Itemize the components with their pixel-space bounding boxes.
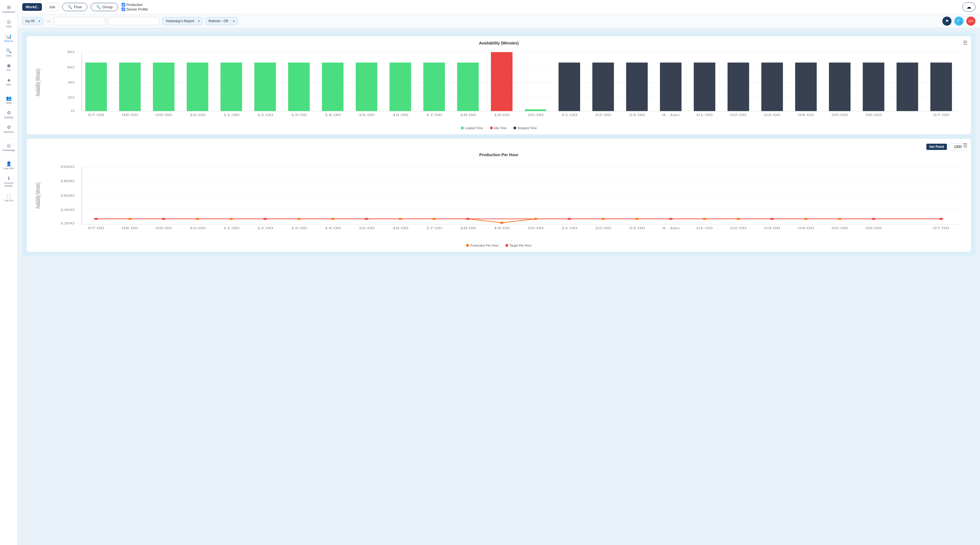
svg-text:08:00: 08:00 — [122, 227, 138, 230]
machine-select[interactable]: Iny 05 — [22, 17, 43, 25]
svg-text:09:00: 09:00 — [156, 227, 172, 230]
group-search-icon: 🔍 — [96, 5, 101, 9]
svg-text:11:00: 11:00 — [223, 113, 240, 117]
production-chart-svg: 2000 1800 1600 1400 1200 Availability (M… — [31, 160, 966, 240]
svg-text:17:00: 17:00 — [426, 227, 442, 230]
svg-rect-25 — [491, 52, 512, 111]
search-button[interactable]: 🔍 — [955, 16, 964, 25]
code-button[interactable]: </> — [966, 16, 975, 25]
svg-text:Availability (Minutes): Availability (Minutes) — [34, 183, 41, 209]
report-select-wrapper: Yesterday's Report Today's Report Custom… — [162, 17, 202, 25]
production-chart-menu[interactable]: ☰ — [963, 142, 967, 148]
svg-text:23:00: 23:00 — [629, 113, 645, 117]
refresh-select[interactable]: Refresh - Off Refresh - 30s Refresh - 1m — [205, 17, 238, 25]
svg-rect-28 — [592, 62, 614, 111]
end-date-input[interactable]: 04.01.2025 07:00:00 — [108, 17, 159, 25]
cloud-button[interactable]: ☁ — [963, 2, 975, 12]
svg-text:21:00: 21:00 — [561, 227, 578, 230]
stopped-legend-item: Stopped Time — [513, 126, 537, 130]
svg-text:06:00: 06:00 — [865, 113, 881, 117]
svg-text:08:00: 08:00 — [122, 113, 138, 117]
svg-rect-15 — [153, 62, 175, 111]
production-checkbox[interactable] — [121, 3, 125, 6]
svg-text:60: 60 — [67, 65, 75, 69]
svg-point-83 — [297, 218, 301, 220]
sidebar-item-dashboard[interactable]: ⊞ Dashboard — [1, 2, 16, 16]
mes-icon: ◈ — [7, 77, 11, 83]
sidebar-item-logout[interactable]: ⬚ Log Out — [1, 191, 16, 204]
svg-rect-32 — [728, 62, 749, 111]
svg-text:05:00: 05:00 — [832, 113, 848, 117]
sensor-profile-checkbox[interactable] — [121, 7, 125, 11]
set-point-label: Set Point — [926, 144, 947, 150]
sidebar-item-user-info[interactable]: 👤 User Info — [1, 159, 16, 172]
svg-rect-38 — [931, 62, 952, 111]
flow-button[interactable]: 🔍 Flow — [62, 3, 87, 11]
svg-text:04:00: 04:00 — [798, 227, 814, 230]
svg-point-108 — [668, 218, 673, 220]
svg-text:Availability (Minutes): Availability (Minutes) — [34, 69, 41, 96]
group-button[interactable]: 🔍 Group — [91, 3, 118, 11]
svg-text:14:00: 14:00 — [325, 227, 341, 230]
svg-text:4. Jan: 4. Jan — [662, 113, 680, 117]
svg-rect-17 — [221, 62, 242, 111]
svg-text:16:00: 16:00 — [392, 227, 409, 230]
svg-text:03:00: 03:00 — [764, 113, 780, 117]
availability-chart-menu[interactable]: ☰ — [963, 40, 967, 46]
svg-text:03:00: 03:00 — [764, 227, 780, 230]
svg-text:07:00: 07:00 — [88, 113, 104, 117]
idle-legend-item: Idle Time — [490, 126, 507, 130]
svg-text:17:00: 17:00 — [426, 113, 442, 117]
sidebar-item-data[interactable]: 🔍 Data — [1, 46, 16, 59]
sidebar-item-mes[interactable]: ◈ MES — [1, 75, 16, 88]
svg-point-81 — [229, 218, 233, 220]
svg-text:10:00: 10:00 — [189, 113, 206, 117]
svg-rect-23 — [423, 62, 445, 111]
idle-legend-dot — [490, 127, 493, 129]
svg-text:07:00: 07:00 — [933, 113, 949, 117]
sidebar-item-knowledge[interactable]: ◎ Knowledge — [1, 140, 16, 154]
settings-icon: ⚙ — [7, 110, 11, 116]
svg-point-105 — [364, 218, 369, 220]
svg-rect-20 — [322, 62, 344, 111]
production-chart-title: Production Per Hour — [31, 153, 966, 157]
svg-rect-36 — [863, 62, 885, 111]
svg-text:20:00: 20:00 — [527, 113, 544, 117]
availability-legend: Loaded Time Idle Time Stopped Time — [31, 126, 966, 130]
svg-text:07:00: 07:00 — [88, 227, 104, 230]
svg-text:80: 80 — [67, 51, 75, 54]
filter-button[interactable]: ⚑ — [942, 16, 951, 25]
svg-text:15:00: 15:00 — [358, 113, 375, 117]
sidebar-item-account-details[interactable]: ℹ Account Details — [1, 173, 16, 189]
data-icon: 🔍 — [6, 48, 12, 54]
machine-icon: ⚙ — [7, 125, 11, 130]
svg-rect-22 — [390, 62, 411, 111]
start-date-input[interactable]: 03.01.2025 07:00:00 — [54, 17, 105, 25]
sidebar-item-machine[interactable]: ⚙ Machine — [1, 122, 16, 136]
svg-text:4. Jan: 4. Jan — [662, 227, 680, 230]
svg-point-93 — [635, 218, 639, 220]
svg-text:23:00: 23:00 — [629, 227, 645, 230]
svg-text:13:00: 13:00 — [291, 227, 307, 230]
svg-point-92 — [601, 218, 605, 220]
sidebar-item-team[interactable]: 👥 Team — [1, 93, 16, 106]
svg-text:04:00: 04:00 — [798, 113, 814, 117]
workc-button[interactable]: WorkC. — [22, 3, 42, 11]
svg-text:11:00: 11:00 — [223, 227, 240, 230]
svg-point-84 — [331, 218, 335, 220]
toolbar: Iny 05 ▼ → 03.01.2025 07:00:00 04.01.202… — [18, 14, 980, 28]
sidebar-item-kpi[interactable]: ◉ KPI — [1, 60, 16, 74]
svg-point-111 — [939, 218, 943, 220]
report-select[interactable]: Yesterday's Report Today's Report Custom — [162, 17, 202, 25]
dashboard-icon: ⊞ — [7, 5, 11, 10]
sidebar-item-settings[interactable]: ⚙ Settings — [1, 108, 16, 121]
charts-container: Availability (Minutes) ☰ 80 60 40 — [22, 32, 975, 256]
svg-text:22:00: 22:00 — [595, 113, 611, 117]
svg-point-106 — [466, 218, 470, 220]
svg-rect-13 — [85, 62, 107, 111]
sidebar-item-arbit[interactable]: ◎ Arbit — [1, 17, 16, 30]
svg-text:05:00: 05:00 — [832, 227, 848, 230]
job-button[interactable]: Job — [45, 3, 59, 11]
svg-text:21:00: 21:00 — [561, 113, 578, 117]
sidebar-item-reports[interactable]: 📊 Reports — [1, 31, 16, 45]
